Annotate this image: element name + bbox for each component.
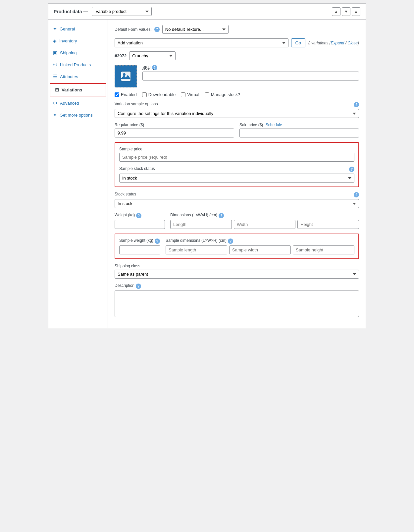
inventory-icon: ◈ bbox=[53, 38, 57, 43]
expand-link[interactable]: Expand bbox=[331, 41, 344, 45]
shipping-class-row: Shipping class Same as parent bbox=[115, 264, 359, 279]
sidebar-item-attributes[interactable]: ☰ Attributes bbox=[48, 71, 108, 82]
collapse-down-button[interactable]: ▼ bbox=[342, 7, 350, 16]
variation-id: #3972 bbox=[115, 53, 127, 58]
sidebar-item-inventory[interactable]: ◈ Inventory bbox=[48, 35, 108, 47]
variations-content: Default Form Values: ? No default Textur… bbox=[108, 20, 366, 328]
sidebar-item-variations[interactable]: ⊞ Variations bbox=[50, 84, 106, 96]
svg-point-3 bbox=[123, 73, 126, 76]
lightning-icon: ✦ bbox=[53, 26, 57, 31]
dimensions-help-icon[interactable]: ? bbox=[219, 213, 224, 218]
schedule-link[interactable]: Schedule bbox=[266, 123, 282, 127]
shipping-class-label: Shipping class bbox=[115, 264, 359, 268]
product-type-select[interactable]: Variable product Simple product Grouped … bbox=[92, 7, 152, 16]
sample-length-input[interactable] bbox=[166, 245, 227, 254]
image-sku-row: SKU ? bbox=[115, 65, 359, 87]
width-input[interactable] bbox=[234, 220, 295, 229]
weight-input[interactable] bbox=[115, 220, 165, 229]
length-input[interactable] bbox=[170, 220, 232, 229]
sample-width-input[interactable] bbox=[229, 245, 291, 254]
downloadable-checkbox[interactable] bbox=[142, 92, 147, 97]
sidebar-item-get-more-options[interactable]: ✦ Get more options bbox=[48, 109, 108, 121]
sample-height-input[interactable] bbox=[293, 245, 354, 254]
variation-sample-options-label: Variation sample options bbox=[115, 102, 158, 106]
sale-price-input[interactable] bbox=[239, 129, 359, 137]
variations-icon: ⊞ bbox=[55, 87, 59, 92]
sidebar-item-advanced[interactable]: ⚙ Advanced bbox=[48, 97, 108, 109]
go-button[interactable]: Go bbox=[291, 38, 305, 47]
attributes-icon: ☰ bbox=[53, 74, 57, 79]
variation-item-header: #3972 Crunchy bbox=[115, 51, 359, 60]
sample-weight-help-icon[interactable]: ? bbox=[155, 239, 160, 244]
variation-sample-options-select[interactable]: Configure the settings for this variatio… bbox=[115, 109, 359, 118]
sku-field-wrap: SKU ? bbox=[142, 65, 359, 80]
close-link[interactable]: Close bbox=[347, 41, 358, 45]
add-variation-select[interactable]: Add variation bbox=[115, 38, 288, 47]
sidebar-item-linked-products[interactable]: ⚇ Linked Products bbox=[48, 59, 108, 71]
manage-stock-checkbox[interactable] bbox=[205, 92, 209, 97]
product-data-header: Product data — Variable product Simple p… bbox=[48, 4, 366, 20]
variation-sample-options-help[interactable]: ? bbox=[354, 102, 359, 107]
variation-image[interactable] bbox=[115, 65, 137, 87]
description-row: Description ? bbox=[115, 283, 359, 318]
regular-price-label: Regular price ($) bbox=[115, 123, 234, 127]
sample-price-section: Sample price document.currentScript.prev… bbox=[115, 142, 359, 187]
default-form-select[interactable]: No default Texture... bbox=[162, 25, 229, 34]
shipping-icon: ▣ bbox=[53, 50, 57, 55]
sample-dimensions-inputs bbox=[166, 245, 354, 254]
stock-status-help[interactable]: ? bbox=[354, 192, 359, 197]
gear-icon: ⚙ bbox=[53, 100, 57, 106]
sample-stock-status-help[interactable]: ? bbox=[349, 167, 354, 172]
sample-dimensions-label: Sample dimensions (L×W×H) (cm) bbox=[166, 238, 227, 243]
sample-stock-status-select[interactable]: In stock Out of stock On backorder bbox=[119, 174, 354, 183]
sample-weight-input[interactable] bbox=[119, 245, 160, 254]
sample-weight-dimensions-row: Sample weight (kg) ? Sample dimensions (… bbox=[119, 238, 354, 254]
product-data-title: Product data — bbox=[54, 9, 88, 14]
manage-stock-checkbox-label[interactable]: Manage stock? bbox=[205, 92, 240, 97]
height-input[interactable] bbox=[297, 220, 359, 229]
sku-input[interactable] bbox=[142, 72, 359, 80]
virtual-checkbox-label[interactable]: Virtual bbox=[181, 92, 199, 97]
virtual-checkbox[interactable] bbox=[181, 92, 185, 97]
sale-price-field: Sale price ($) Schedule bbox=[239, 123, 359, 137]
shipping-class-select[interactable]: Same as parent bbox=[115, 270, 359, 279]
collapse-up-button[interactable]: ▲ bbox=[332, 7, 340, 16]
variation-name-select[interactable]: Crunchy bbox=[129, 51, 176, 60]
description-label: Description bbox=[115, 283, 134, 288]
sample-dimensions-help-icon[interactable]: ? bbox=[228, 239, 233, 244]
checkboxes-row: Enabled Downloadable Virtual Manage stoc… bbox=[115, 92, 359, 97]
sample-dimensions-section: Sample weight (kg) ? Sample dimensions (… bbox=[115, 234, 359, 259]
add-variation-row: Add variation Go 2 variations (Expand / … bbox=[115, 38, 359, 47]
sample-weight-label: Sample weight (kg) bbox=[119, 238, 153, 243]
weight-field: Weight (kg) ? bbox=[115, 213, 165, 229]
sample-price-label: Sample price bbox=[119, 147, 354, 151]
downloadable-checkbox-label[interactable]: Downloadable bbox=[142, 92, 176, 97]
link-icon: ⚇ bbox=[53, 62, 57, 67]
sidebar-item-general[interactable]: ✦ General bbox=[48, 23, 108, 35]
dimensions-field: Dimensions (L×W×H) (cm) ? bbox=[170, 213, 359, 229]
weight-help-icon[interactable]: ? bbox=[136, 213, 141, 218]
enabled-checkbox-label[interactable]: Enabled bbox=[115, 92, 137, 97]
enabled-checkbox[interactable] bbox=[115, 92, 119, 97]
stock-status-label: Stock status bbox=[115, 192, 136, 196]
header-arrows: ▲ ▼ ▲ bbox=[332, 7, 360, 16]
description-textarea[interactable] bbox=[115, 291, 359, 317]
stock-status-row: Stock status ? In stock Out of stock On … bbox=[115, 192, 359, 208]
sidebar: ✦ General ◈ Inventory ▣ Shipping ⚇ Linke… bbox=[48, 20, 108, 328]
sample-weight-field: Sample weight (kg) ? bbox=[119, 238, 160, 254]
sample-price-input[interactable] bbox=[119, 153, 354, 162]
star-icon: ✦ bbox=[53, 112, 57, 118]
dimensions-label: Dimensions (L×W×H) (cm) bbox=[170, 213, 217, 217]
expand-button[interactable]: ▲ bbox=[352, 7, 360, 16]
sidebar-item-shipping[interactable]: ▣ Shipping bbox=[48, 47, 108, 59]
regular-price-input[interactable] bbox=[115, 129, 234, 137]
svg-rect-2 bbox=[121, 72, 130, 81]
sample-stock-status-row: Sample stock status ? In stock Out of st… bbox=[119, 166, 354, 183]
stock-status-select[interactable]: In stock Out of stock On backorder bbox=[115, 199, 359, 208]
default-form-label: Default Form Values: bbox=[115, 27, 152, 32]
description-help-icon[interactable]: ? bbox=[136, 284, 141, 289]
default-form-help-icon[interactable]: ? bbox=[154, 27, 160, 32]
sale-price-label: Sale price ($) Schedule bbox=[239, 123, 359, 127]
sku-help-icon[interactable]: ? bbox=[152, 65, 157, 70]
sample-stock-status-label: Sample stock status bbox=[119, 166, 155, 171]
